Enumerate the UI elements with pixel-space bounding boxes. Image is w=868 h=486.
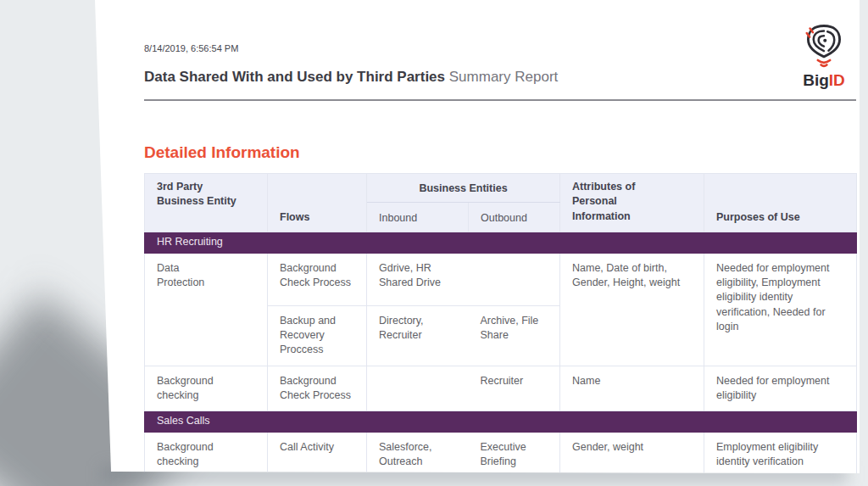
cell-flow: Background Check Process [268, 366, 367, 411]
col-header-entity: 3rd Party Business Entity [145, 174, 268, 232]
report-content: 8/14/2019, 6:56:54 PM Data Shared With a… [144, 43, 856, 486]
cell-flow: Backup and Recovery Proccess [268, 305, 367, 366]
cell-inbound [367, 366, 469, 411]
detailed-information-table: 3rd Party Business Entity Flows Business… [144, 173, 857, 486]
cell-inbound: Gdrive, HR Shared Drive [367, 253, 469, 305]
cell-inbound: Directory, Recruiter [367, 305, 469, 366]
report-title-main: Data Shared With and Used by Third Parti… [144, 69, 445, 85]
section-band-hr-recruiting: HR Recruiting [145, 232, 857, 253]
cell-entity: Background checking [145, 366, 268, 411]
report-title-subtitle: Summary Report [449, 69, 558, 85]
section-band-sales-calls: Sales Calls [145, 411, 857, 433]
cell-attributes: Name, Date of birth, Gender, Height, wei… [560, 253, 704, 366]
cell-entity: Data Protection [145, 253, 268, 366]
header-divider [144, 99, 856, 101]
cell-flow: Call Activity [268, 433, 367, 478]
col-header-inbound: Inbound [367, 203, 469, 232]
section-heading: Detailed Information [144, 142, 856, 162]
report-page: BigID 8/14/2019, 6:56:54 PM Data Shared … [0, 0, 868, 486]
cell-flow: Background Check Process [268, 253, 367, 305]
cell-outbound: Executive Briefing [469, 433, 560, 478]
report-title: Data Shared With and Used by Third Parti… [144, 69, 856, 86]
col-header-attributes: Attributes of Personal Information [560, 174, 704, 232]
cell-outbound [469, 253, 560, 305]
col-header-business-entities: Business Entities [367, 174, 560, 203]
cell-purposes: Needed for employment eligibility [704, 366, 857, 411]
col-header-outbound: Outbound [469, 203, 560, 232]
cell-outbound: Recruiter [469, 366, 560, 411]
cell-outbound: Archive, File Share [469, 305, 560, 366]
col-header-purposes: Purposes of Use [704, 174, 857, 232]
col-header-flows: Flows [268, 174, 367, 232]
cell-attributes: Name [560, 366, 704, 411]
cell-inbound: Salesforce, Outreach [367, 433, 469, 478]
report-timestamp: 8/14/2019, 6:56:54 PM [144, 43, 856, 54]
cell-purposes: Needed for employment eligibility, Emplo… [704, 253, 857, 366]
